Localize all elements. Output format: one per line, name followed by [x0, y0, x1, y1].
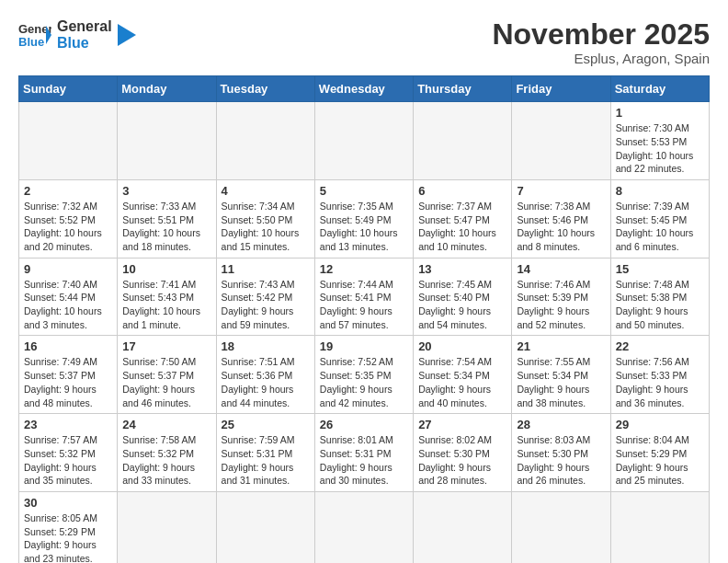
calendar-cell [216, 491, 314, 563]
calendar-week-row: 23Sunrise: 7:57 AM Sunset: 5:32 PM Dayli… [19, 414, 710, 492]
day-number: 1 [616, 106, 704, 120]
page-header: General Blue General Blue November 2025 … [18, 18, 710, 66]
calendar-cell: 12Sunrise: 7:44 AM Sunset: 5:41 PM Dayli… [314, 258, 413, 336]
day-info: Sunrise: 7:51 AM Sunset: 5:36 PM Dayligh… [222, 355, 310, 409]
logo-icon: General Blue [18, 18, 51, 52]
calendar-cell: 7Sunrise: 7:38 AM Sunset: 5:46 PM Daylig… [512, 179, 610, 258]
calendar-week-row: 16Sunrise: 7:49 AM Sunset: 5:37 PM Dayli… [19, 336, 710, 414]
day-number: 30 [24, 496, 112, 510]
calendar-cell [512, 102, 610, 180]
calendar-cell [118, 491, 216, 563]
day-number: 8 [616, 184, 704, 198]
day-of-week-header: Thursday [414, 76, 512, 102]
calendar-cell: 30Sunrise: 8:05 AM Sunset: 5:29 PM Dayli… [19, 491, 118, 563]
day-info: Sunrise: 7:38 AM Sunset: 5:46 PM Dayligh… [517, 200, 605, 254]
day-info: Sunrise: 7:41 AM Sunset: 5:43 PM Dayligh… [122, 278, 210, 332]
day-number: 17 [122, 339, 210, 353]
day-of-week-header: Sunday [19, 76, 118, 102]
calendar-cell [314, 102, 413, 180]
calendar-cell [118, 102, 216, 180]
day-number: 18 [222, 339, 310, 353]
calendar-cell [19, 102, 118, 180]
day-number: 25 [222, 418, 310, 431]
day-info: Sunrise: 7:30 AM Sunset: 5:53 PM Dayligh… [616, 121, 704, 176]
calendar-cell: 22Sunrise: 7:56 AM Sunset: 5:33 PM Dayli… [610, 336, 709, 414]
day-info: Sunrise: 7:57 AM Sunset: 5:32 PM Dayligh… [24, 433, 112, 488]
day-number: 14 [517, 262, 605, 276]
logo: General Blue General Blue [18, 18, 140, 52]
day-info: Sunrise: 7:48 AM Sunset: 5:38 PM Dayligh… [616, 278, 704, 332]
day-number: 12 [320, 262, 408, 276]
location: Esplus, Aragon, Spain [492, 51, 710, 66]
day-info: Sunrise: 7:59 AM Sunset: 5:31 PM Dayligh… [222, 433, 310, 488]
logo-blue-text: Blue [57, 35, 112, 52]
calendar-cell: 15Sunrise: 7:48 AM Sunset: 5:38 PM Dayli… [610, 258, 709, 336]
calendar-cell: 11Sunrise: 7:43 AM Sunset: 5:42 PM Dayli… [216, 258, 314, 336]
calendar-cell: 14Sunrise: 7:46 AM Sunset: 5:39 PM Dayli… [512, 258, 610, 336]
day-info: Sunrise: 7:55 AM Sunset: 5:34 PM Dayligh… [517, 355, 605, 409]
day-number: 9 [24, 262, 112, 276]
calendar-cell: 20Sunrise: 7:54 AM Sunset: 5:34 PM Dayli… [414, 336, 512, 414]
day-number: 3 [122, 184, 210, 198]
day-number: 16 [24, 339, 112, 353]
calendar-cell: 6Sunrise: 7:37 AM Sunset: 5:47 PM Daylig… [414, 179, 512, 258]
day-number: 29 [616, 418, 704, 431]
day-info: Sunrise: 8:05 AM Sunset: 5:29 PM Dayligh… [24, 511, 112, 563]
calendar-cell: 18Sunrise: 7:51 AM Sunset: 5:36 PM Dayli… [216, 336, 314, 414]
calendar-cell [314, 491, 413, 563]
calendar-cell: 9Sunrise: 7:40 AM Sunset: 5:44 PM Daylig… [19, 258, 118, 336]
calendar-cell: 2Sunrise: 7:32 AM Sunset: 5:52 PM Daylig… [19, 179, 118, 258]
calendar-cell: 8Sunrise: 7:39 AM Sunset: 5:45 PM Daylig… [610, 179, 709, 258]
day-number: 7 [517, 184, 605, 198]
day-info: Sunrise: 7:52 AM Sunset: 5:35 PM Dayligh… [320, 355, 408, 409]
day-number: 28 [517, 418, 605, 431]
day-info: Sunrise: 7:43 AM Sunset: 5:42 PM Dayligh… [222, 278, 310, 332]
day-info: Sunrise: 8:03 AM Sunset: 5:30 PM Dayligh… [517, 433, 605, 488]
day-info: Sunrise: 7:39 AM Sunset: 5:45 PM Dayligh… [616, 200, 704, 254]
day-info: Sunrise: 7:32 AM Sunset: 5:52 PM Dayligh… [24, 200, 112, 254]
day-of-week-header: Saturday [610, 76, 709, 102]
day-info: Sunrise: 7:46 AM Sunset: 5:39 PM Dayligh… [517, 278, 605, 332]
day-number: 23 [24, 418, 112, 431]
day-info: Sunrise: 7:35 AM Sunset: 5:49 PM Dayligh… [320, 200, 408, 254]
calendar-cell: 3Sunrise: 7:33 AM Sunset: 5:51 PM Daylig… [118, 179, 216, 258]
calendar-cell: 5Sunrise: 7:35 AM Sunset: 5:49 PM Daylig… [314, 179, 413, 258]
day-of-week-header: Monday [118, 76, 216, 102]
calendar-header-row: SundayMondayTuesdayWednesdayThursdayFrid… [19, 76, 710, 102]
calendar-cell: 24Sunrise: 7:58 AM Sunset: 5:32 PM Dayli… [118, 414, 216, 492]
day-info: Sunrise: 8:04 AM Sunset: 5:29 PM Dayligh… [616, 433, 704, 488]
calendar-cell: 23Sunrise: 7:57 AM Sunset: 5:32 PM Dayli… [19, 414, 118, 492]
svg-marker-3 [118, 24, 136, 46]
day-number: 21 [517, 339, 605, 353]
calendar-cell [216, 102, 314, 180]
calendar-cell: 17Sunrise: 7:50 AM Sunset: 5:37 PM Dayli… [118, 336, 216, 414]
day-number: 13 [418, 262, 506, 276]
calendar-cell [610, 491, 709, 563]
calendar-cell: 21Sunrise: 7:55 AM Sunset: 5:34 PM Dayli… [512, 336, 610, 414]
day-info: Sunrise: 7:44 AM Sunset: 5:41 PM Dayligh… [320, 278, 408, 332]
day-info: Sunrise: 7:56 AM Sunset: 5:33 PM Dayligh… [616, 355, 704, 409]
day-info: Sunrise: 7:34 AM Sunset: 5:50 PM Dayligh… [222, 200, 310, 254]
calendar-cell [414, 491, 512, 563]
day-info: Sunrise: 7:33 AM Sunset: 5:51 PM Dayligh… [122, 200, 210, 254]
title-block: November 2025 Esplus, Aragon, Spain [492, 18, 710, 66]
day-number: 11 [222, 262, 310, 276]
day-info: Sunrise: 7:40 AM Sunset: 5:44 PM Dayligh… [24, 278, 112, 332]
day-info: Sunrise: 7:45 AM Sunset: 5:40 PM Dayligh… [418, 278, 506, 332]
calendar-cell: 4Sunrise: 7:34 AM Sunset: 5:50 PM Daylig… [216, 179, 314, 258]
calendar-cell: 10Sunrise: 7:41 AM Sunset: 5:43 PM Dayli… [118, 258, 216, 336]
calendar-cell: 25Sunrise: 7:59 AM Sunset: 5:31 PM Dayli… [216, 414, 314, 492]
calendar-cell: 29Sunrise: 8:04 AM Sunset: 5:29 PM Dayli… [610, 414, 709, 492]
calendar-table: SundayMondayTuesdayWednesdayThursdayFrid… [18, 75, 710, 563]
day-info: Sunrise: 7:58 AM Sunset: 5:32 PM Dayligh… [122, 433, 210, 488]
day-info: Sunrise: 7:54 AM Sunset: 5:34 PM Dayligh… [418, 355, 506, 409]
calendar-cell: 27Sunrise: 8:02 AM Sunset: 5:30 PM Dayli… [414, 414, 512, 492]
day-of-week-header: Tuesday [216, 76, 314, 102]
day-number: 2 [24, 184, 112, 198]
calendar-week-row: 2Sunrise: 7:32 AM Sunset: 5:52 PM Daylig… [19, 179, 710, 258]
calendar-cell [414, 102, 512, 180]
calendar-cell [512, 491, 610, 563]
calendar-cell: 28Sunrise: 8:03 AM Sunset: 5:30 PM Dayli… [512, 414, 610, 492]
day-number: 6 [418, 184, 506, 198]
day-number: 5 [320, 184, 408, 198]
